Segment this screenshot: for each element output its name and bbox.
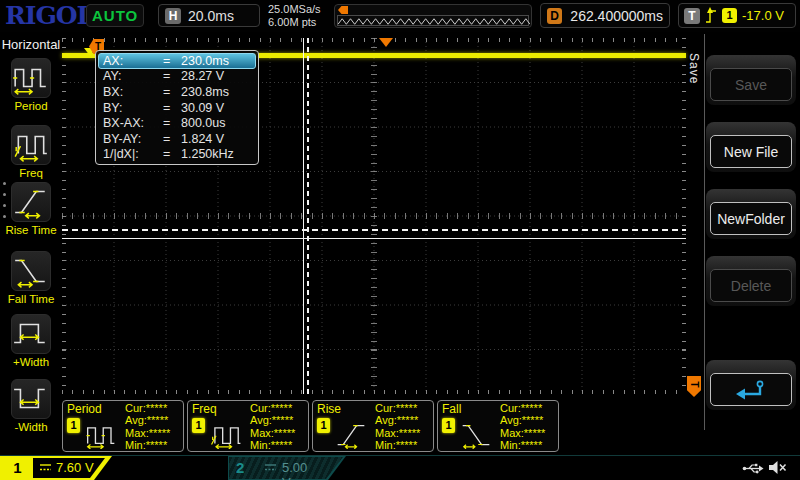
softkey-back[interactable] (706, 360, 796, 410)
freq-icon (11, 125, 51, 165)
measurement-item-fall[interactable]: Fall 1 Cur:***** Avg:***** Max:***** Min… (437, 400, 559, 452)
preview-position-marker (338, 6, 348, 14)
sidebar-item-period[interactable]: Period (0, 58, 62, 116)
fall-time-icon (11, 251, 51, 291)
horizontal-scale-box: H 20.0ms (158, 4, 260, 27)
trigger-delay-box: D 262.400000ms (540, 3, 670, 28)
cursor-row-ay: AY: = 28.27 V (98, 69, 256, 85)
measurement-stats: Cur:***** Avg:***** Max:***** Min:***** (125, 402, 170, 451)
channel1-number: 1 (2, 458, 33, 478)
menu-scroll-dots (3, 182, 6, 226)
sidebar-item-label: Fall Time (0, 293, 62, 305)
measurement-channel-badge: 1 (442, 418, 455, 433)
memory-depth-value: 6.00M pts (268, 16, 330, 29)
cursor-row-bx-ax: BX-AX: = 800.0us (98, 115, 256, 131)
cursor-b-vertical[interactable] (307, 38, 309, 394)
sidebar-item-label: +Width (0, 356, 62, 368)
fall-wave-icon (458, 419, 494, 449)
cursor-row-by-ay: BY-AY: = 1.824 V (98, 131, 256, 147)
rise-wave-icon (333, 419, 369, 449)
oscilloscope-screen: RIGOL AUTO H 20.0ms 25.0MSa/s 6.00M pts … (0, 0, 800, 480)
measurement-stats: Cur:***** Avg:***** Max:***** Min:***** (375, 402, 420, 451)
cursor-row-bx: BX: = 230.8ms (98, 84, 256, 100)
sidebar-item-plus-width[interactable]: +Width (0, 314, 62, 372)
softkey-save[interactable]: Save (706, 55, 796, 105)
sample-rate-block: 25.0MSa/s 6.00M pts (268, 3, 330, 29)
trigger-status-box: T 1 -17.0 V (678, 3, 796, 28)
sidebar-item-rise-time[interactable]: Rise Time (0, 182, 62, 240)
softkey-new-folder-label: NewFolder (710, 202, 792, 235)
preview-wave-icon (338, 16, 530, 27)
measurement-stats: Cur:***** Avg:***** Max:***** Min:***** (500, 402, 545, 451)
sidebar-item-label: Freq (0, 167, 62, 179)
horizontal-scale-value: 20.0ms (188, 8, 234, 24)
measurement-channel-badge: 1 (67, 418, 80, 433)
channel1-scale: 7.60 V (56, 460, 94, 475)
channel2-number: 2 (236, 458, 244, 478)
rise-time-icon (11, 182, 51, 222)
cursor-readout-box: AX: = 230.0ms AY: = 28.27 V BX: = 230.8m… (95, 50, 259, 165)
trigger-source-badge: 1 (722, 8, 737, 23)
speaker-mute-icon (768, 460, 787, 475)
trigger-level-marker[interactable]: T (687, 376, 701, 397)
plus-width-icon (11, 314, 51, 354)
waveform-preview-strip (334, 4, 532, 28)
top-status-bar: RIGOL AUTO H 20.0ms 25.0MSa/s 6.00M pts … (0, 0, 800, 32)
usb-icon (742, 462, 764, 475)
softkey-save-label: Save (710, 68, 792, 101)
delay-value: 262.400000ms (570, 8, 663, 24)
sidebar-item-minus-width[interactable]: -Width (0, 379, 62, 437)
cursor-row-ax: AX: = 230.0ms (98, 53, 256, 69)
cursor-a-vertical[interactable] (303, 38, 304, 394)
measurement-item-freq[interactable]: Freq 1 Cur:***** Avg:***** Max:***** Min… (187, 400, 309, 452)
minus-width-icon (11, 379, 51, 419)
preview-wave-window (337, 15, 529, 26)
sidebar-item-fall-time[interactable]: Fall Time (0, 251, 62, 309)
cursor-row-by: BY: = 30.09 V (98, 100, 256, 116)
trigger-t-badge: T (684, 8, 700, 24)
trigger-level-value: -17.0 V (742, 8, 784, 23)
rigol-logo: RIGOL (5, 1, 93, 30)
sidebar-item-label: -Width (0, 421, 62, 433)
sample-rate-value: 25.0MSa/s (268, 3, 330, 16)
trigger-position-marker[interactable] (379, 38, 393, 47)
sidebar-item-label: Rise Time (0, 224, 62, 236)
softkey-delete[interactable]: Delete (706, 256, 796, 306)
softkey-new-folder[interactable]: NewFolder (706, 189, 796, 239)
menu-tab-save: Save (687, 53, 701, 84)
sidebar-item-freq[interactable]: Freq (0, 125, 62, 183)
channel2-badge[interactable]: 2 5.00 V (114, 456, 232, 480)
measurement-stats: Cur:***** Avg:***** Max:***** Min:***** (250, 402, 295, 451)
cursor-a-horizontal[interactable] (62, 229, 686, 231)
cursor-b-horizontal[interactable] (62, 238, 686, 239)
measurement-item-period[interactable]: Period 1 Cur:***** Avg:***** Max:***** M… (62, 400, 184, 452)
softkey-new-file[interactable]: New File (706, 122, 796, 172)
channel1-badge[interactable]: 1 7.60 V (0, 456, 112, 480)
measurement-item-rise[interactable]: Rise 1 Cur:***** Avg:***** Max:***** Min… (312, 400, 434, 452)
trigger-edge-icon (705, 7, 717, 24)
freq-wave-icon (208, 419, 244, 449)
period-icon (11, 58, 51, 98)
delay-d-badge: D (547, 8, 562, 24)
channel-status-bar: 1 7.60 V 2 5.00 V (0, 455, 800, 480)
cursor-row-inv-dx: 1/|dX|: = 1.250kHz (98, 147, 256, 163)
return-arrow-icon (710, 373, 792, 406)
measure-sidebar: Horizontal Period Freq (0, 32, 62, 455)
dc-coupling-icon (39, 463, 52, 472)
acquisition-status-badge: AUTO (86, 4, 144, 27)
grid-ticks-vcenter (371, 38, 377, 394)
menu-panel-divider (704, 34, 705, 430)
measurement-channel-badge: 1 (317, 418, 330, 433)
channel2-scale: 5.00 V (282, 460, 307, 480)
period-wave-icon (83, 419, 119, 449)
sidebar-title: Horizontal (0, 37, 62, 52)
sidebar-item-label: Period (0, 100, 62, 112)
softkey-new-file-label: New File (710, 135, 792, 168)
softkey-delete-label: Delete (710, 269, 792, 302)
dc-coupling-icon (264, 463, 277, 472)
measurement-channel-badge: 1 (192, 418, 205, 433)
horizontal-h-badge: H (165, 8, 181, 24)
